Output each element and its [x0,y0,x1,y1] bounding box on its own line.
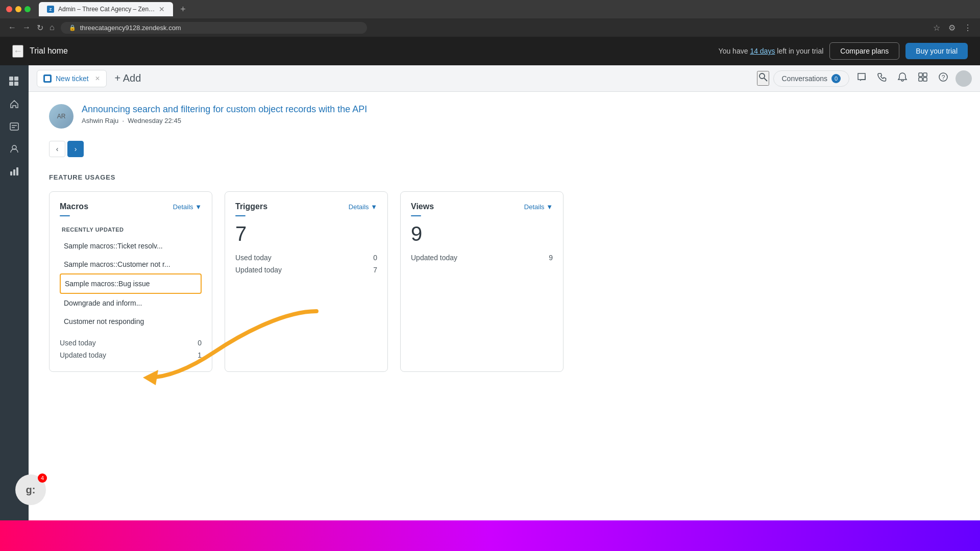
views-card-header: Views Details ▼ [411,202,553,211]
back-nav-button[interactable]: ← [8,23,16,32]
svg-rect-2 [9,82,13,86]
macros-stats: Used today 0 Updated today 1 [60,337,202,361]
back-button[interactable]: ← [12,45,23,58]
macro-item-4[interactable]: Customer not responding [60,312,202,331]
sidebar-icon-tickets[interactable] [4,116,24,137]
macros-used-today-label: Used today [60,339,96,347]
macro-item-3[interactable]: Downgrade and inform... [60,294,202,312]
article-meta: Ashwin Raju · Wednesday 22:45 [82,117,367,124]
next-page-button[interactable]: › [67,141,84,157]
home-button[interactable]: ⌂ [50,23,55,32]
macros-card: Macros Details ▼ RECENTLY UPDATED Sample… [49,191,212,372]
macros-updated-today-value: 1 [198,351,202,359]
macro-item-1[interactable]: Sample macros::Customer not r... [60,255,202,273]
new-tab-button[interactable]: + [177,3,189,16]
triggers-details-button[interactable]: Details ▼ [349,203,377,211]
article-promo: AR Announcing search and filtering for c… [49,104,960,129]
ssl-lock-icon: 🔒 [69,24,76,31]
views-updated-today: Updated today 9 [411,252,553,264]
views-details-button[interactable]: Details ▼ [524,203,553,211]
sidebar-icon-logo[interactable] [4,71,24,92]
sidebar-icon-reports[interactable] [4,161,24,182]
bookmark-button[interactable]: ☆ [933,23,940,33]
search-button[interactable] [757,71,769,86]
macros-divider [60,215,70,216]
sidebar-icon-home[interactable] [4,94,24,114]
tab-new-ticket[interactable]: New ticket ✕ [37,70,107,87]
url-display: threecatagency9128.zendesk.com [80,24,181,32]
tab-bar: New ticket ✕ + Add Conversations 0 [29,65,980,92]
triggers-divider [235,215,246,216]
top-nav: ← Trial home You have 14 days left in yo… [0,37,980,65]
page-title: Trial home [30,46,68,56]
address-bar[interactable]: 🔒 threecatagency9128.zendesk.com [61,22,367,34]
triggers-used-value: 0 [373,254,377,262]
forward-nav-button[interactable]: → [22,23,31,32]
user-avatar-button[interactable] [955,70,972,87]
pagination: ‹ › [49,141,960,157]
conversations-button[interactable]: Conversations 0 [773,70,850,87]
bottom-gradient-bar [0,520,980,551]
views-updated-label: Updated today [411,254,457,262]
triggers-updated-label: Updated today [235,266,282,274]
tab-favicon: Z [47,6,54,13]
article-author: Ashwin Raju [82,117,118,124]
conversations-label: Conversations [782,74,828,83]
app-layout: New ticket ✕ + Add Conversations 0 [0,65,980,551]
svg-rect-18 [923,78,927,81]
sidebar-icon-customers[interactable] [4,139,24,159]
article-title[interactable]: Announcing search and filtering for cust… [82,104,367,115]
triggers-used-label: Used today [235,254,272,262]
macro-item-highlighted[interactable]: Sample macros::Bug issue [60,273,202,294]
add-tab-button[interactable]: + Add [111,70,145,86]
gravo-badge[interactable]: g: 4 [15,474,46,505]
views-updated-value: 9 [549,254,553,262]
trial-days-link[interactable]: 14 days [750,47,775,55]
prev-page-button[interactable]: ‹ [49,141,65,157]
gravo-notification-badge: 4 [38,473,47,483]
triggers-used-today: Used today 0 [235,252,377,264]
macros-card-header: Macros Details ▼ [60,202,202,211]
grid-icon-button[interactable] [915,69,931,88]
phone-icon-button[interactable] [874,69,890,88]
triggers-number: 7 [235,222,377,245]
svg-rect-4 [10,123,18,130]
svg-rect-16 [923,73,927,77]
bell-icon-button[interactable] [894,69,911,88]
tab-close-btn[interactable]: ✕ [159,5,165,13]
views-stats: Updated today 9 [411,252,553,264]
svg-rect-0 [9,77,13,81]
svg-point-13 [760,73,765,79]
trial-text: You have 14 days left in your trial [719,47,824,55]
traffic-light-yellow[interactable] [15,6,21,12]
chat-icon-button[interactable] [853,69,870,88]
browser-tab-active[interactable]: Z Admin – Three Cat Agency – Zen… ✕ [39,2,173,16]
menu-button[interactable]: ⋮ [964,23,972,33]
tab-label: New ticket [56,74,89,83]
article-date: Wednesday 22:45 [128,117,181,124]
tab-close-icon[interactable]: ✕ [95,75,100,82]
traffic-light-green[interactable] [24,6,31,12]
svg-line-14 [764,78,767,81]
help-icon-button[interactable]: ? [935,69,951,88]
reload-button[interactable]: ↻ [37,23,43,33]
macros-used-today: Used today 0 [60,337,202,349]
views-number: 9 [411,222,553,245]
macros-details-button[interactable]: Details ▼ [173,203,202,211]
buy-trial-button[interactable]: Buy your trial [905,43,968,59]
tab-favicon-small [43,74,52,83]
compare-plans-button[interactable]: Compare plans [829,42,899,60]
extensions-button[interactable]: ⚙ [948,23,955,33]
triggers-card-header: Triggers Details ▼ [235,202,377,211]
views-divider [411,215,421,216]
macros-title: Macros [60,202,88,211]
macros-used-today-value: 0 [198,339,202,347]
macro-item-0[interactable]: Sample macros::Ticket resolv... [60,237,202,255]
conversations-badge: 0 [831,74,841,83]
gravo-icon: g: [26,484,36,496]
triggers-updated-today: Updated today 7 [235,264,377,276]
traffic-light-red[interactable] [6,6,12,12]
views-title: Views [411,202,434,211]
svg-text:?: ? [942,74,945,81]
macros-updated-today: Updated today 1 [60,349,202,361]
